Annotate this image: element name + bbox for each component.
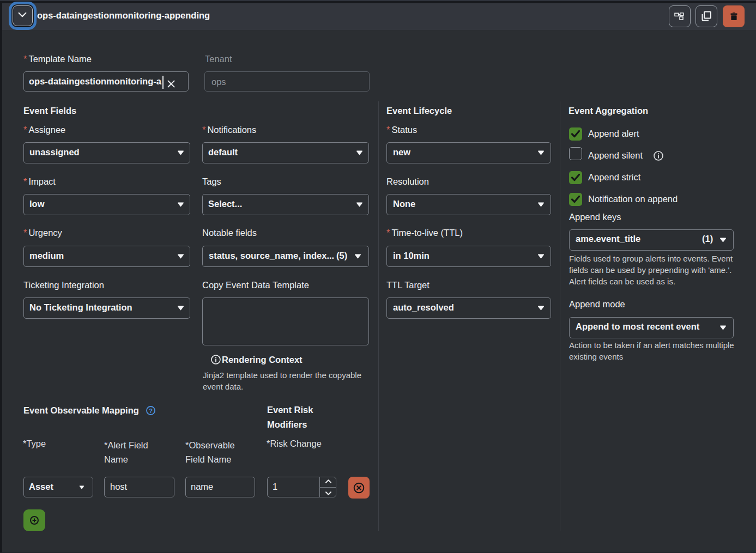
svg-text:?: ? xyxy=(149,408,153,414)
